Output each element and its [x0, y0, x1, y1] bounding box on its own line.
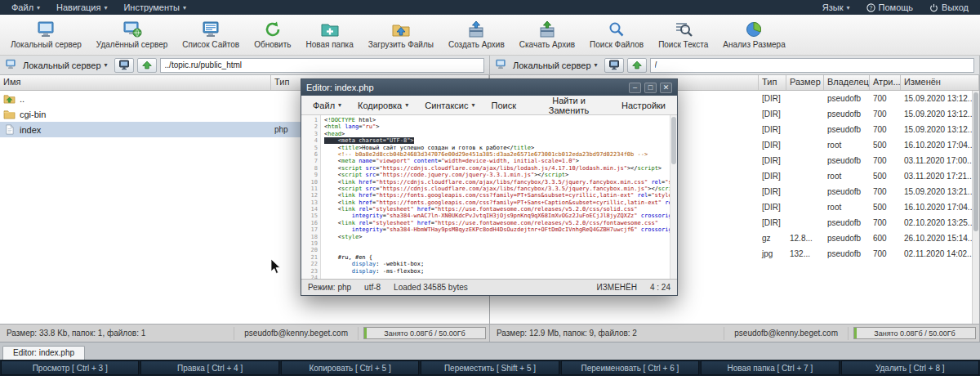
- toolbar-search-text-button[interactable]: Поиск Текста: [651, 15, 715, 55]
- svg-text:?: ?: [869, 4, 872, 10]
- file-owner-cell: root: [824, 199, 870, 215]
- column-header[interactable]: Размер: [786, 75, 824, 90]
- file-owner-cell: pseudofb: [824, 246, 870, 262]
- remote-server-icon: [122, 20, 142, 38]
- close-button[interactable]: ✕: [660, 83, 672, 93]
- left-account-label: pseudofb@kenny.beget.com: [234, 327, 359, 340]
- file-attr-cell: 700: [870, 106, 901, 122]
- column-header[interactable]: Владелец: [824, 75, 870, 90]
- file-attr-cell: 500: [870, 137, 901, 153]
- file-attr-cell: 700: [870, 215, 901, 231]
- local-server-icon: [36, 20, 56, 38]
- right-pathbar: Локальный сервер ▾: [490, 56, 980, 74]
- toolbar-create-archive-button[interactable]: Создать Архив: [441, 15, 512, 55]
- menubar-item-help[interactable]: ?Помощь: [858, 0, 922, 15]
- menu-label: Поиск: [491, 101, 515, 110]
- editor-menu-find-replace[interactable]: Найти и Заменить: [524, 96, 613, 114]
- menubar-item-tools[interactable]: Инструменты▾: [115, 0, 194, 15]
- file-type-cell: [DIR]: [759, 215, 786, 231]
- minimize-button[interactable]: –: [629, 83, 641, 93]
- right-server-select[interactable]: Локальный сервер ▾: [510, 60, 601, 70]
- local-server-small-icon: [5, 59, 16, 71]
- menu-label: Кодировка: [358, 101, 402, 110]
- right-device-button[interactable]: [604, 58, 624, 73]
- column-header[interactable]: Атри...: [870, 75, 901, 90]
- fn-view-button[interactable]: Просмотр [ Ctrl + 3 ]: [1, 360, 139, 375]
- left-server-select[interactable]: Локальный сервер ▾: [20, 60, 111, 70]
- menubar-item-language[interactable]: Язык▾: [814, 0, 858, 15]
- chevron-down-icon: ▾: [338, 101, 341, 109]
- editor-status-bar: Режим: php utf-8 Loaded 34585 bytes ИЗМЕ…: [301, 279, 677, 295]
- toolbar-site-list-button[interactable]: Список Сайтов: [175, 15, 247, 55]
- toolbar-refresh-button[interactable]: Обновить: [247, 15, 298, 55]
- editor-menu-left: Файл▾Кодировка▾Синтаксис▾: [305, 96, 483, 114]
- menubar-item-navigation[interactable]: Навигация▾: [48, 0, 115, 15]
- panel-status-strip: Размер: 33.8 Kb, папок: 1, файлов: 1 pse…: [0, 324, 980, 342]
- file-owner-cell: pseudofb: [824, 122, 870, 137]
- code-line: <script src="https://cdnjs.cloudflare.co…: [324, 186, 669, 192]
- toolbar-size-analysis-button[interactable]: Анализ Размера: [715, 15, 792, 55]
- toolbar-label: Загрузить Файлы: [368, 40, 434, 49]
- file-name: ..: [20, 94, 24, 104]
- menu-label: Файл: [313, 101, 335, 110]
- fn-new-folder-button[interactable]: Новая папка [ Ctrl + 7 ]: [701, 360, 839, 375]
- editor-menu-file[interactable]: Файл▾: [305, 96, 350, 114]
- left-path-input[interactable]: [160, 58, 484, 73]
- toolbar-search-files-button[interactable]: Поиск Файлов: [582, 15, 651, 55]
- right-up-dir-button[interactable]: [627, 58, 647, 73]
- fn-delete-button[interactable]: Удалить [ Ctrl + 8 ]: [841, 360, 979, 375]
- left-up-dir-button[interactable]: [137, 58, 157, 73]
- editor-menu-settings[interactable]: Настройки: [613, 96, 674, 114]
- scrollbar-thumb[interactable]: [973, 92, 978, 231]
- fn-move-button[interactable]: Переместить [ Shift + 5 ]: [421, 360, 559, 375]
- toolbar-label: Локальный сервер: [11, 40, 82, 49]
- file-size-cell: [786, 168, 824, 184]
- chevron-down-icon: ▾: [105, 61, 108, 69]
- editor-code-area[interactable]: 123456789101112131415161718192021222324 …: [301, 115, 677, 279]
- file-modified-cell: 15.09.2020 13:12...: [901, 106, 979, 122]
- column-header-label: Тип: [762, 77, 777, 87]
- editor-scrollbar[interactable]: [670, 115, 677, 279]
- toolbar-download-archive-button[interactable]: Скачать Архив: [512, 15, 582, 55]
- file-attr-cell: 600: [870, 231, 901, 246]
- right-panel-scrollbar[interactable]: [972, 91, 979, 324]
- file-name-cell: ..: [0, 91, 271, 106]
- code-line: <!-- b0a8e2d8ccb04b24683d347076e00d29e45…: [324, 151, 669, 158]
- fn-edit-button[interactable]: Правка [ Ctrl + 4 ]: [140, 360, 278, 375]
- new-folder-icon: [320, 20, 340, 38]
- file-type-cell: [DIR]: [759, 168, 786, 184]
- editor-mode[interactable]: Режим: php: [308, 283, 351, 292]
- file-modified-cell: 03.11.2020 17:21...: [901, 168, 979, 184]
- column-header[interactable]: Изменён: [901, 75, 979, 90]
- code-text[interactable]: <!DOCTYPE html><html lang="ru"><head> <m…: [321, 115, 677, 279]
- editor-scrollbar-thumb[interactable]: [671, 117, 676, 164]
- editor-menu-search[interactable]: Поиск: [483, 96, 523, 114]
- code-line: <link href="https://fonts.googleapis.com…: [324, 199, 669, 206]
- tab-editor-index-php[interactable]: Editor: index.php: [2, 346, 85, 360]
- fn-copy-button[interactable]: Копировать [ Ctrl + 5 ]: [281, 360, 419, 375]
- code-line: display: -webkit-box;: [324, 261, 669, 267]
- column-header[interactable]: Имя: [0, 75, 271, 90]
- menubar-item-logout[interactable]: Выход: [921, 0, 977, 15]
- fn-rename-button[interactable]: Переименовать [ Ctrl + 6 ]: [561, 360, 699, 375]
- quota-fill: [854, 328, 857, 338]
- toolbar-upload-files-button[interactable]: Загрузить Файлы: [361, 15, 441, 55]
- editor-menu-encoding[interactable]: Кодировка▾: [350, 96, 416, 114]
- file-attr-cell: 700: [870, 184, 901, 199]
- code-line: <script src="https://cdnjs.cloudflare.co…: [324, 165, 669, 172]
- file-modified-cell: 02.11.2020 14:02...: [901, 246, 979, 262]
- editor-menu-syntax[interactable]: Синтаксис▾: [416, 96, 483, 114]
- right-quota-label: Занято 0.08Гб / 50.00Гб: [874, 329, 955, 338]
- toolbar-remote-server-button[interactable]: Удалённый сервер: [89, 15, 175, 55]
- toolbar-new-folder-button[interactable]: Новая папка: [298, 15, 360, 55]
- left-device-button[interactable]: [114, 58, 134, 73]
- file-size-cell: [786, 122, 824, 137]
- menubar-item-file[interactable]: Файл▾: [3, 0, 48, 15]
- editor-title-bar[interactable]: Editor: index.php – □ ✕: [301, 79, 677, 96]
- file-name-cell: cgi-bin: [0, 106, 271, 122]
- toolbar-local-server-button[interactable]: Локальный сервер: [3, 15, 89, 55]
- file-modified-cell: 15.09.2020 13:12...: [901, 91, 979, 106]
- column-header[interactable]: Тип: [759, 75, 786, 90]
- maximize-button[interactable]: □: [644, 83, 657, 93]
- right-path-input[interactable]: [650, 58, 974, 73]
